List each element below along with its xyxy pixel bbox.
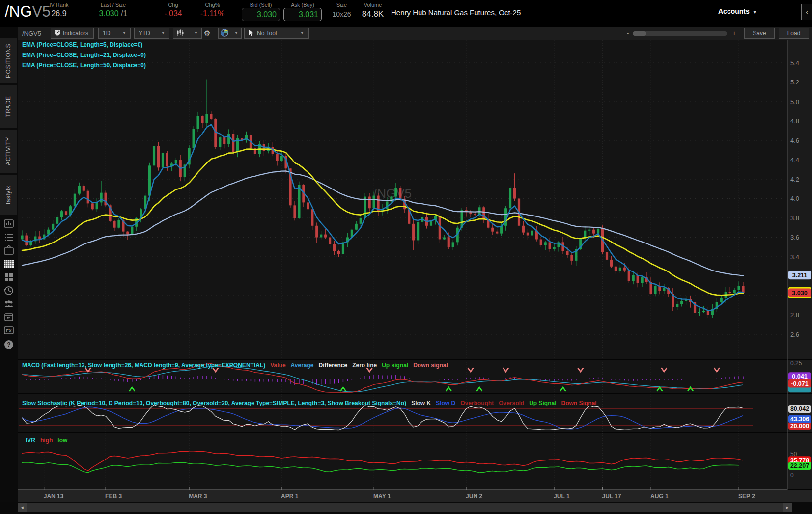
chg-field: Chg-.034 bbox=[155, 2, 192, 18]
quadrant-icon bbox=[221, 29, 228, 37]
svg-text:-0.071: -0.071 bbox=[791, 380, 808, 387]
history-icon[interactable] bbox=[3, 285, 14, 296]
svg-text:SEP 2: SEP 2 bbox=[738, 493, 755, 500]
scrollbar-track[interactable]: ◂ ▸ bbox=[18, 503, 792, 512]
svg-text:3.6: 3.6 bbox=[790, 234, 799, 241]
load-button[interactable]: Load bbox=[779, 28, 809, 39]
help-icon[interactable]: ? bbox=[3, 339, 14, 350]
svg-text:80.042: 80.042 bbox=[790, 406, 809, 412]
calendar-icon[interactable] bbox=[3, 312, 14, 323]
svg-text:JUL 1: JUL 1 bbox=[554, 493, 570, 500]
svg-text:0: 0 bbox=[790, 472, 794, 479]
ema50-legend: EMA (Price=CLOSE, Length=50, Displace=0) bbox=[22, 62, 146, 69]
last-size-field: Last / Size 3.030 /1 bbox=[87, 2, 139, 18]
svg-text:43.306: 43.306 bbox=[790, 416, 809, 423]
scroll-right-icon[interactable]: ▸ bbox=[783, 503, 792, 512]
chg-pct-field: Chg%-1.11% bbox=[194, 2, 231, 18]
svg-text:MAR 3: MAR 3 bbox=[189, 493, 207, 500]
tv-icon[interactable] bbox=[3, 245, 14, 256]
svg-text:3.8: 3.8 bbox=[790, 215, 799, 222]
macd-legend: MACD (Fast length=12, Slow length=26, MA… bbox=[22, 362, 453, 369]
quote-board-icon[interactable] bbox=[3, 218, 14, 229]
svg-text:5.0: 5.0 bbox=[790, 98, 799, 106]
bid-button[interactable]: 3.030 bbox=[242, 8, 280, 21]
zoom-slider[interactable] bbox=[633, 31, 727, 36]
svg-text:2.8: 2.8 bbox=[790, 311, 799, 319]
collapse-panel-button[interactable]: ‹ bbox=[801, 4, 812, 20]
quote-header: /NGV5 IV Rank26.9 Last / Size 3.030 /1 C… bbox=[0, 0, 812, 27]
bid-label: Bid (Sell) bbox=[242, 2, 280, 8]
iv-rank-field: IV Rank26.9 bbox=[44, 2, 74, 18]
svg-text:JUL 17: JUL 17 bbox=[602, 493, 621, 500]
sidebar-tab-tastyfx[interactable]: tastyfx bbox=[0, 175, 17, 215]
contract-description: Henry Hub Natural Gas Futures, Oct-25 bbox=[391, 8, 521, 17]
time-scrollbar: ◂ ▸ bbox=[0, 502, 812, 514]
svg-text:JUN 2: JUN 2 bbox=[466, 493, 482, 500]
svg-text:FEB 3: FEB 3 bbox=[105, 493, 122, 500]
svg-text:AUG 1: AUG 1 bbox=[650, 493, 669, 500]
chart-toolbar: /NGV5 Indicators 1D▼ YTD▼ ▼ ⚙ ▼ No Tool▼… bbox=[18, 27, 812, 40]
svg-text:4.4: 4.4 bbox=[790, 156, 799, 163]
svg-text:3.211: 3.211 bbox=[792, 272, 808, 279]
indicators-button[interactable]: Indicators bbox=[51, 28, 94, 39]
svg-text:APR 1: APR 1 bbox=[281, 493, 299, 500]
trading-app: /NGV5 IV Rank26.9 Last / Size 3.030 /1 C… bbox=[0, 0, 812, 514]
chevron-down-icon: ▼ bbox=[753, 10, 757, 15]
svg-text:5.4: 5.4 bbox=[790, 59, 799, 67]
volume-field: Volume84.8K bbox=[358, 2, 388, 19]
drawing-tool-dropdown[interactable]: No Tool▼ bbox=[244, 28, 309, 39]
svg-text:0.041: 0.041 bbox=[792, 373, 807, 380]
fx-icon[interactable]: FX bbox=[3, 325, 14, 336]
dashboard-icon[interactable] bbox=[3, 272, 14, 283]
zoom-in-button[interactable]: + bbox=[732, 29, 736, 37]
svg-text:4.8: 4.8 bbox=[790, 117, 799, 125]
candlestick-icon bbox=[176, 29, 184, 36]
svg-text:2.6: 2.6 bbox=[790, 331, 799, 338]
svg-text:3.4: 3.4 bbox=[790, 253, 799, 261]
sidebar-tab-trade[interactable]: TRADE bbox=[0, 85, 17, 128]
ema21-legend: EMA (Price=CLOSE, Length=21, Displace=0) bbox=[22, 52, 146, 58]
settings-gear-icon[interactable]: ⚙ bbox=[204, 29, 210, 38]
scroll-left-icon[interactable]: ◂ bbox=[18, 503, 27, 512]
price-chart[interactable]: 5.45.25.04.84.64.44.24.03.83.63.43.23.02… bbox=[18, 40, 812, 502]
layout-dropdown[interactable]: ▼ bbox=[218, 28, 242, 39]
sidebar-tab-activity[interactable]: ACTIVITY bbox=[0, 130, 17, 173]
zoom-slider-handle[interactable] bbox=[633, 31, 646, 36]
people-icon[interactable] bbox=[3, 298, 14, 309]
svg-text:3.030: 3.030 bbox=[792, 290, 807, 297]
range-dropdown[interactable]: YTD▼ bbox=[134, 28, 169, 39]
sidebar-tab-positions[interactable]: POSITIONS bbox=[0, 38, 17, 83]
svg-text:4.0: 4.0 bbox=[790, 195, 799, 202]
cursor-icon bbox=[249, 30, 254, 36]
svg-text:4.2: 4.2 bbox=[790, 176, 799, 183]
left-sidebar: POSITIONS TRADE ACTIVITY tastyfx FX ? bbox=[0, 27, 18, 514]
toolbar-symbol: /NGV5 bbox=[22, 30, 41, 37]
svg-text:20.000: 20.000 bbox=[790, 423, 809, 430]
zoom-out-button[interactable]: - bbox=[627, 29, 629, 37]
svg-text:4.6: 4.6 bbox=[790, 137, 799, 144]
grid-chart-icon[interactable] bbox=[3, 258, 14, 269]
accounts-menu[interactable]: Accounts▼ bbox=[718, 7, 757, 15]
size-field: Size10x26 bbox=[328, 2, 355, 18]
timeframe-dropdown[interactable]: 1D▼ bbox=[98, 28, 131, 39]
svg-text:0.25: 0.25 bbox=[790, 360, 802, 367]
indicators-icon bbox=[54, 29, 61, 36]
ema5-legend: EMA (Price=CLOSE, Length=5, Displace=0) bbox=[22, 41, 142, 48]
watchlist-icon[interactable] bbox=[3, 232, 14, 243]
svg-text:MAY 1: MAY 1 bbox=[373, 493, 391, 500]
save-button[interactable]: Save bbox=[744, 28, 775, 39]
svg-text:22.207: 22.207 bbox=[790, 462, 809, 469]
ask-label: Ask (Buy) bbox=[283, 2, 322, 8]
svg-text:?: ? bbox=[7, 341, 10, 348]
svg-text:JAN 13: JAN 13 bbox=[44, 493, 64, 500]
ask-button[interactable]: 3.031 bbox=[283, 8, 322, 21]
svg-text:FX: FX bbox=[6, 328, 12, 333]
chart-type-dropdown[interactable]: ▼ bbox=[173, 28, 202, 39]
svg-text:5.2: 5.2 bbox=[790, 79, 799, 86]
ivr-legend: IVRhighlow bbox=[26, 437, 72, 444]
stoch-legend: Slow Stochastic (K Period=10, D Period=1… bbox=[22, 400, 602, 406]
